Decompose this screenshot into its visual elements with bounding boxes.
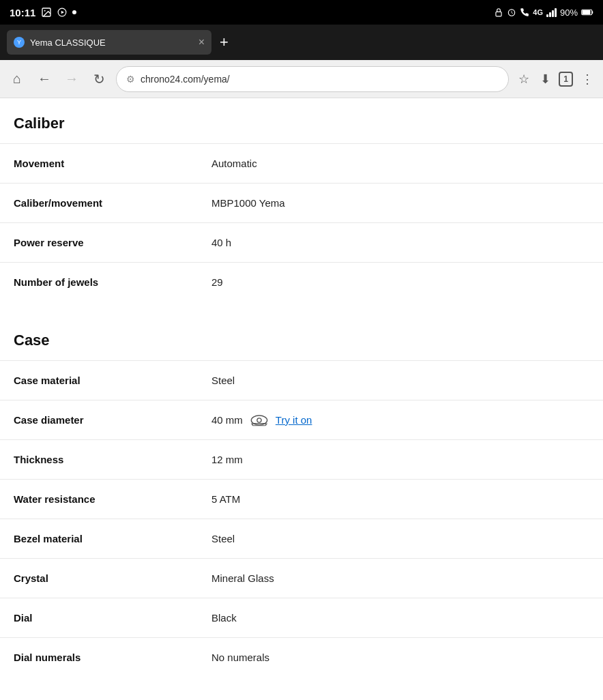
tab-favicon: Y [14,37,25,48]
spec-value-dial: Black [211,612,237,624]
back-button[interactable]: ← [34,68,55,89]
download-button[interactable]: ⬇ [538,69,553,89]
spec-label-dial-numerals: Dial numerals [14,652,211,663]
caliber-section: Caliber Movement Automatic Caliber/movem… [0,98,603,302]
status-bar: 10:11 4G [0,0,603,25]
refresh-button[interactable]: ↻ [89,68,109,90]
home-button[interactable]: ⌂ [7,68,27,89]
menu-button[interactable]: ⋮ [578,69,596,89]
spec-row-movement: Movement Automatic [0,143,603,183]
spec-label-jewels: Number of jewels [14,276,211,288]
spec-label-thickness: Thickness [14,454,211,465]
spec-row-dial: Dial Black [0,598,603,637]
bookmark-button[interactable]: ☆ [516,69,532,89]
spec-value-jewels: 29 [211,276,223,288]
spec-row-thickness: Thickness 12 mm [0,439,603,479]
spec-value-bezel-material: Steel [211,533,235,544]
nav-bar: ⌂ ← → ↻ ⚙ chrono24.com/yema/ ☆ ⬇ 1 ⋮ [0,60,603,98]
new-tab-button[interactable]: + [217,33,231,51]
active-tab[interactable]: Y Yema CLASSIQUE × [7,30,211,55]
forward-button[interactable]: → [61,68,82,89]
case-section-title: Case [0,315,603,360]
alarm-icon [507,8,516,17]
security-icon: ⚙ [126,74,135,85]
section-spacer [0,302,603,315]
tab-title: Yema CLASSIQUE [30,38,193,48]
spec-row-water-resistance: Water resistance 5 ATM [0,479,603,519]
spec-value-dial-numerals: No numerals [211,652,269,663]
sim-lock-icon [494,8,503,17]
tab-count-badge[interactable]: 1 [559,72,573,87]
play-icon [57,8,67,17]
try-on-icon [250,413,269,427]
nav-right-icons: ☆ ⬇ 1 ⋮ [516,69,596,89]
phone-icon [520,8,529,17]
spec-row-case-diameter: Case diameter 40 mm Try it on [0,400,603,439]
spec-row-crystal: Crystal Mineral Glass [0,558,603,598]
tab-close-button[interactable]: × [198,36,205,48]
caliber-section-title: Caliber [0,98,603,143]
spec-row-power-reserve: Power reserve 40 h [0,222,603,262]
svg-rect-4 [496,12,501,16]
spec-value-caliber-movement: MBP1000 Yema [211,197,285,209]
status-right: 4G 90% [494,8,593,18]
svg-point-1 [44,10,46,12]
main-content: Caliber Movement Automatic Caliber/movem… [0,98,603,677]
spec-row-dial-numerals: Dial numerals No numerals [0,637,603,677]
tab-bar: Y Yema CLASSIQUE × + [0,25,603,60]
spec-label-water-resistance: Water resistance [14,493,211,505]
spec-value-case-material: Steel [211,375,235,386]
spec-value-water-resistance: 5 ATM [211,493,240,505]
spec-row-bezel-material: Bezel material Steel [0,519,603,558]
spec-row-jewels: Number of jewels 29 [0,262,603,302]
spec-value-movement: Automatic [211,158,257,169]
svg-rect-7 [583,10,591,14]
spec-label-movement: Movement [14,158,211,169]
try-on-link[interactable]: Try it on [276,414,312,426]
url-text: chrono24.com/yema/ [141,74,499,85]
gallery-icon [41,7,52,18]
spec-label-case-material: Case material [14,375,211,386]
spec-label-power-reserve: Power reserve [14,237,211,248]
url-bar[interactable]: ⚙ chrono24.com/yema/ [116,66,509,92]
status-time: 10:11 [10,7,35,18]
status-left: 10:11 [10,7,76,18]
battery-percent: 90% [560,8,578,18]
network-4g: 4G [533,8,543,16]
signal-strength [546,8,557,17]
spec-label-bezel-material: Bezel material [14,533,211,544]
spec-value-power-reserve: 40 h [211,237,231,248]
spec-value-crystal: Mineral Glass [211,572,274,584]
spec-label-caliber-movement: Caliber/movement [14,197,211,209]
spec-row-caliber-movement: Caliber/movement MBP1000 Yema [0,183,603,222]
case-section: Case Case material Steel Case diameter 4… [0,315,603,677]
svg-marker-3 [61,11,64,14]
battery-icon [581,8,593,16]
svg-point-9 [257,418,261,422]
tab-favicon-letter: Y [17,39,21,46]
spec-value-thickness: 12 mm [211,454,243,465]
spec-row-case-material: Case material Steel [0,360,603,400]
spec-label-case-diameter: Case diameter [14,414,211,426]
spec-label-crystal: Crystal [14,572,211,584]
spec-value-case-diameter: 40 mm Try it on [211,413,312,427]
notification-dot [72,10,76,14]
spec-label-dial: Dial [14,612,211,624]
